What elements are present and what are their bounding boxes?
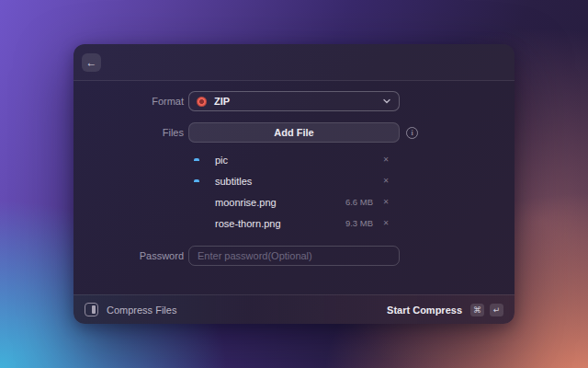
compress-app-icon <box>85 303 98 316</box>
start-compress-label: Start Compress <box>387 305 462 316</box>
window-header: ← <box>74 44 514 81</box>
start-compress-button[interactable]: Start Compress ⌘ ↵ <box>387 304 503 316</box>
file-row: moonrise.png 6.6 MB ✕ <box>194 191 390 213</box>
file-name: moonrise.png <box>215 197 345 208</box>
remove-file-button[interactable]: ✕ <box>381 219 390 228</box>
password-row: Password <box>74 246 514 266</box>
footer-app: Compress Files <box>85 303 387 316</box>
file-name: rose-thorn.png <box>215 218 345 229</box>
files-label: Files <box>74 127 184 138</box>
zip-format-icon <box>197 97 207 107</box>
command-key-icon: ⌘ <box>470 304 484 316</box>
file-row: subtitles ✕ <box>194 170 390 191</box>
footer-app-name: Compress Files <box>107 305 176 316</box>
file-list: pic ✕ subtitles ✕ moonrise.png 6.6 MB ✕ … <box>194 149 390 234</box>
chevron-down-icon <box>382 97 391 106</box>
password-label: Password <box>74 250 184 261</box>
file-size: 9.3 MB <box>345 218 373 228</box>
format-row: Format ZIP <box>74 91 514 111</box>
return-key-icon: ↵ <box>490 304 503 316</box>
file-row: pic ✕ <box>194 149 390 170</box>
add-file-button[interactable]: Add File <box>188 122 400 143</box>
format-dropdown-value: ZIP <box>214 96 382 107</box>
info-icon[interactable]: i <box>406 127 418 139</box>
password-input[interactable] <box>188 246 400 266</box>
format-dropdown[interactable]: ZIP <box>188 91 400 111</box>
files-row: Files Add File <box>74 122 514 143</box>
format-label: Format <box>74 96 184 107</box>
remove-file-button[interactable]: ✕ <box>381 177 390 186</box>
remove-file-button[interactable]: ✕ <box>381 155 390 165</box>
window-footer: Compress Files Start Compress ⌘ ↵ <box>74 294 514 324</box>
file-name: pic <box>215 155 373 166</box>
file-size: 6.6 MB <box>345 197 373 207</box>
remove-file-button[interactable]: ✕ <box>381 198 390 207</box>
back-button[interactable]: ← <box>82 53 101 72</box>
compress-files-window: ← Format ZIP Files Add File i pic ✕ <box>74 44 514 324</box>
file-row: rose-thorn.png 9.3 MB ✕ <box>194 213 390 234</box>
file-name: subtitles <box>215 176 373 187</box>
